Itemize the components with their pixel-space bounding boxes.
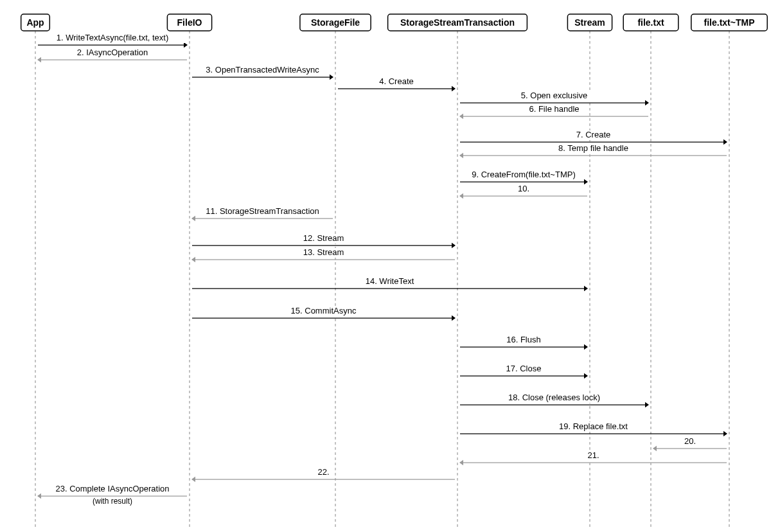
message-label-1: 1. WriteTextAsync(file.txt, text) (40, 33, 185, 43)
message-label-7: 7. Create (572, 130, 615, 140)
participant-label-stream: Stream (574, 17, 605, 28)
message-label-5: 5. Open exclusive (515, 91, 592, 101)
svg-text:21.: 21. (587, 450, 599, 460)
message-label2-23: (with result) (83, 497, 141, 506)
svg-marker-57 (653, 446, 657, 451)
message-label-21: 21. (585, 450, 603, 461)
svg-text:3. OpenTransactedWriteAsync: 3. OpenTransactedWriteAsync (206, 65, 319, 75)
svg-text:17. Close: 17. Close (506, 364, 542, 373)
svg-marker-21 (459, 153, 463, 158)
participant-label-ftmp: file.txt~TMP (704, 17, 755, 28)
svg-marker-9 (452, 86, 456, 91)
message-label-9: 9. CreateFrom(file.txt~TMP) (464, 170, 583, 180)
message-label-11: 11. StorageStreamTransaction (200, 206, 324, 217)
message-label-20: 20. (681, 436, 699, 447)
svg-marker-36 (191, 257, 195, 262)
svg-marker-3 (37, 57, 41, 62)
svg-text:16. Flush: 16. Flush (506, 335, 540, 344)
svg-marker-33 (452, 243, 456, 248)
participant-label-fileio: FileIO (177, 17, 202, 28)
svg-text:4. Create: 4. Create (379, 76, 413, 86)
message-label-22: 22. (315, 467, 333, 477)
message-label-18: 18. Close (releases lock) (499, 393, 610, 403)
svg-text:13. Stream: 13. Stream (303, 247, 344, 257)
svg-marker-45 (584, 344, 588, 350)
message-label-16: 16. Flush (502, 335, 545, 345)
svg-text:2. IAsyncOperation: 2. IAsyncOperation (77, 48, 148, 57)
svg-marker-30 (191, 216, 195, 221)
svg-text:(with result): (with result) (93, 497, 132, 506)
svg-marker-39 (584, 286, 588, 291)
svg-text:11. StorageStreamTransaction: 11. StorageStreamTransaction (206, 206, 319, 216)
svg-marker-15 (459, 114, 463, 119)
participant-label-sst: StorageStreamTransaction (400, 17, 515, 28)
sequence-diagram: 1. WriteTextAsync(file.txt, text)2. IAsy… (0, 0, 771, 532)
participant-label-app: App (26, 17, 44, 28)
svg-text:9. CreateFrom(file.txt~TMP): 9. CreateFrom(file.txt~TMP) (472, 170, 575, 179)
svg-text:1. WriteTextAsync(file.txt, te: 1. WriteTextAsync(file.txt, text) (57, 33, 169, 42)
svg-text:12. Stream: 12. Stream (303, 233, 344, 243)
svg-marker-60 (459, 460, 463, 465)
message-label-6: 6. File handle (522, 104, 586, 114)
svg-marker-0 (184, 42, 188, 48)
svg-marker-48 (584, 373, 588, 378)
participant-label-sfile: StorageFile (311, 17, 360, 28)
svg-text:20.: 20. (684, 436, 696, 446)
message-label-15: 15. CommitAsync (289, 306, 358, 316)
svg-text:23. Complete IAsyncOperation: 23. Complete IAsyncOperation (55, 484, 169, 493)
svg-text:8. Temp file handle: 8. Temp file handle (558, 143, 628, 153)
svg-text:19. Replace file.txt: 19. Replace file.txt (559, 421, 628, 431)
svg-text:6. File handle: 6. File handle (529, 104, 579, 114)
svg-text:18. Close (releases lock): 18. Close (releases lock) (508, 393, 600, 402)
svg-marker-42 (452, 315, 456, 321)
message-label-23: 23. Complete IAsyncOperation (51, 484, 175, 494)
participant-label-ftxt: file.txt (637, 17, 664, 28)
message-label-19: 19. Replace file.txt (549, 421, 639, 432)
svg-text:14. WriteText: 14. WriteText (366, 276, 414, 286)
message-label-3: 3. OpenTransactedWriteAsync (202, 65, 322, 75)
message-label-8: 8. Temp file handle (551, 143, 636, 154)
message-label-2: 2. IAsyncOperation (72, 48, 154, 58)
svg-text:10.: 10. (518, 184, 529, 193)
svg-marker-27 (459, 193, 463, 199)
svg-marker-63 (191, 477, 195, 482)
svg-text:5. Open exclusive: 5. Open exclusive (521, 91, 587, 100)
svg-marker-24 (584, 179, 588, 184)
message-label-14: 14. WriteText (360, 276, 420, 287)
message-label-13: 13. Stream (300, 247, 348, 258)
svg-marker-18 (723, 139, 727, 145)
svg-text:22.: 22. (317, 467, 329, 477)
svg-text:7. Create: 7. Create (576, 130, 610, 139)
message-label-4: 4. Create (375, 76, 418, 87)
message-label-10: 10. (515, 184, 533, 194)
message-label-17: 17. Close (502, 364, 545, 374)
svg-marker-12 (645, 100, 649, 105)
message-label-12: 12. Stream (300, 233, 348, 244)
svg-text:15. CommitAsync: 15. CommitAsync (291, 306, 357, 315)
svg-marker-6 (330, 75, 333, 80)
svg-marker-51 (645, 402, 649, 407)
svg-marker-54 (723, 431, 727, 436)
svg-marker-66 (37, 493, 41, 499)
